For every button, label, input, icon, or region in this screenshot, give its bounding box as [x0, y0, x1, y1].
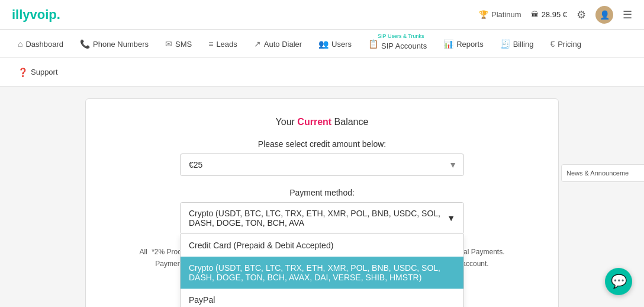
payment-option-crypto[interactable]: Crypto (USDT, BTC, LTC, TRX, ETH, XMR, P… — [181, 257, 463, 289]
topbar: illyvoip. 🏆 Platinum 🏛 28.95 € ⚙ 👤 ☰ — [0, 0, 644, 30]
payment-dropdown-list: Credit Card (Prepaid & Debit Accepted) C… — [180, 234, 464, 307]
plan-icon: 🏆 — [479, 10, 488, 19]
nav-item-support[interactable]: ❓ Support — [9, 58, 66, 87]
payment-dropdown-arrow: ▼ — [447, 213, 455, 223]
nav-users-label: Users — [331, 40, 352, 49]
credit-select[interactable]: €25 €50 €100 €200 — [180, 154, 464, 176]
auto-dialer-icon: ↗ — [254, 39, 261, 49]
nav-dashboard-label: Dashboard — [25, 40, 63, 49]
sip-sup-label: SIP Users & Trunks — [378, 33, 424, 39]
nav-item-sip-accounts[interactable]: 📋 SIP Users & Trunks SIP Accounts — [360, 30, 435, 58]
nav-item-billing[interactable]: 🧾 Billing — [492, 30, 542, 58]
payment-dropdown-selected[interactable]: Crypto (USDT, BTC, LTC, TRX, ETH, XMR, P… — [180, 202, 464, 234]
balance-title: Your Current Balance — [98, 117, 546, 127]
news-label: News & Announceme — [566, 170, 629, 177]
plan-label: Platinum — [491, 10, 521, 19]
billing-card: News & Announceme Your Current Balance P… — [85, 98, 559, 307]
plan-badge: 🏆 Platinum — [479, 10, 521, 19]
topbar-right: 🏆 Platinum 🏛 28.95 € ⚙ 👤 ☰ — [479, 6, 632, 24]
nav-item-reports[interactable]: 📊 Reports — [435, 30, 492, 58]
payment-option-credit-card[interactable]: Credit Card (Prepaid & Debit Accepted) — [181, 234, 463, 257]
nav-billing-label: Billing — [513, 40, 534, 49]
nav-item-dashboard[interactable]: ⌂ Dashboard — [9, 30, 72, 58]
nav-leads-label: Leads — [216, 40, 237, 49]
main-navbar: ⌂ Dashboard 📞 Phone Numbers ✉ SMS ≡ Lead… — [0, 30, 644, 58]
nav-item-pricing[interactable]: € Pricing — [542, 30, 590, 58]
nav-reports-label: Reports — [456, 40, 484, 49]
crypto-option-label: Crypto (USDT, BTC, LTC, TRX, ETH, XMR, P… — [189, 263, 440, 282]
support-icon: ❓ — [18, 68, 28, 77]
credit-amount-group: Please select credit amount below: €25 €… — [98, 139, 546, 176]
logo: illyvoip. — [12, 7, 60, 23]
chat-icon: 💬 — [611, 274, 627, 289]
leads-icon: ≡ — [208, 39, 213, 49]
nav-item-phone-numbers[interactable]: 📞 Phone Numbers — [72, 30, 157, 58]
nav-auto-dialer-label: Auto Dialer — [264, 40, 302, 49]
balance-highlight: Current — [297, 117, 331, 127]
nav-item-leads[interactable]: ≡ Leads — [200, 30, 246, 58]
reports-icon: 📊 — [443, 39, 453, 49]
payment-selected-text: Crypto (USDT, BTC, LTC, TRX, ETH, XMR, P… — [189, 209, 447, 228]
chat-button[interactable]: 💬 — [605, 268, 632, 295]
nav-support-label: Support — [31, 68, 58, 76]
main-content: News & Announceme Your Current Balance P… — [0, 87, 644, 307]
avatar[interactable]: 👤 — [595, 6, 613, 24]
credit-card-option-label: Credit Card (Prepaid & Debit Accepted) — [189, 241, 333, 250]
logo-text: illyvoip. — [12, 7, 60, 22]
users-icon: 👥 — [318, 39, 329, 49]
dashboard-icon: ⌂ — [18, 39, 22, 49]
payment-option-paypal[interactable]: PayPal — [181, 289, 463, 307]
nav-item-sms[interactable]: ✉ SMS — [157, 30, 200, 58]
billing-icon: 🧾 — [500, 39, 510, 49]
nav-item-auto-dialer[interactable]: ↗ Auto Dialer — [246, 30, 310, 58]
payment-dropdown: Crypto (USDT, BTC, LTC, TRX, ETH, XMR, P… — [180, 202, 464, 234]
sub-navbar: ❓ Support — [0, 58, 644, 87]
nav-pricing-label: Pricing — [558, 40, 581, 49]
pricing-icon: € — [550, 39, 555, 49]
nav-sms-label: SMS — [175, 40, 192, 49]
nav-item-users[interactable]: 👥 Users — [310, 30, 360, 58]
balance-value: 28.95 € — [542, 10, 567, 19]
gear-icon[interactable]: ⚙ — [577, 8, 586, 21]
nav-phone-numbers-label: Phone Numbers — [93, 40, 149, 49]
phone-icon: 📞 — [80, 39, 90, 49]
payment-label: Payment method: — [98, 188, 546, 197]
nav-sip-accounts-label: SIP Accounts — [381, 41, 427, 50]
news-panel: News & Announceme — [561, 164, 644, 182]
credit-select-wrap: €25 €50 €100 €200 ▼ — [180, 154, 464, 176]
hamburger-menu-icon[interactable]: ☰ — [623, 8, 632, 21]
all-tag: All — [140, 248, 147, 256]
credit-label: Please select credit amount below: — [98, 139, 546, 149]
paypal-option-label: PayPal — [189, 295, 215, 305]
sms-icon: ✉ — [165, 39, 172, 49]
sip-icon: 📋 — [368, 39, 378, 49]
payment-method-group: Payment method: Crypto (USDT, BTC, LTC, … — [98, 188, 546, 234]
balance-icon: 🏛 — [531, 10, 539, 19]
balance-display: 🏛 28.95 € — [531, 10, 567, 19]
